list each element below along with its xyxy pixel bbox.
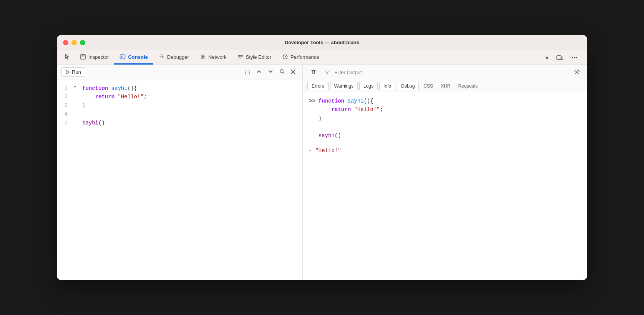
editor-toolbar: Run { } [57, 65, 302, 80]
debugger-tab-icon [159, 54, 165, 60]
console-pane: Errors Warnings Logs Info Debug CSS XHR … [303, 65, 587, 280]
pretty-print-button[interactable]: { } [243, 68, 252, 77]
inspector-icon-btn[interactable] [60, 50, 75, 65]
close-button[interactable] [63, 40, 68, 45]
clear-console-button[interactable] [307, 67, 320, 78]
responsive-icon [556, 54, 563, 61]
network-tab-icon [200, 54, 206, 60]
filter-logs-tab[interactable]: Logs [359, 82, 378, 90]
console-input-code: function sayhi(){ return "Hello!"; } say… [319, 97, 383, 140]
close-icon [291, 70, 295, 74]
collapse-arrows: ▼ [72, 84, 78, 275]
console-settings-button[interactable] [572, 67, 583, 78]
code-line-1: function sayhi(){ [82, 84, 298, 93]
code-content: function sayhi(){ return "Hello!"; } say… [78, 84, 302, 275]
result-arrow: ← [309, 146, 312, 155]
toolbar: Inspector Console Debugger Network [57, 50, 587, 65]
more-tabs-button[interactable]: » [542, 52, 552, 63]
console-toolbar [303, 65, 587, 80]
svg-rect-4 [557, 56, 561, 60]
svg-rect-5 [561, 57, 563, 60]
collapse-arrow-1[interactable]: ▼ [72, 84, 78, 90]
filter-xhr-tab[interactable]: XHR [438, 82, 453, 90]
tab-style-editor[interactable]: {} Style Editor [232, 50, 277, 65]
devtools-window: Developer Tools — about:blank Inspector … [57, 35, 587, 280]
zoom-icon [279, 69, 285, 74]
console-result-value: "Hello!" [315, 146, 341, 155]
console-output: >> function sayhi(){ return "Hello!"; } … [303, 92, 587, 280]
traffic-lights [63, 40, 85, 45]
gear-icon [574, 69, 580, 75]
tab-console[interactable]: Console [114, 50, 153, 65]
chevron-up-icon [256, 69, 262, 74]
style-editor-tab-icon: {} [237, 54, 244, 60]
responsive-design-button[interactable] [553, 52, 566, 63]
filter-errors-tab[interactable]: Errors [307, 82, 329, 90]
move-down-button[interactable] [266, 67, 276, 77]
svg-point-7 [574, 57, 575, 58]
trash-icon [310, 69, 317, 75]
close-editor-button[interactable] [289, 68, 298, 77]
devtools-menu-button[interactable] [568, 52, 581, 63]
line-numbers: 1 2 3 4 5 [57, 84, 72, 275]
svg-point-6 [572, 57, 573, 58]
title-bar: Developer Tools — about:blank [57, 35, 587, 50]
performance-tab-icon [282, 54, 288, 60]
run-button[interactable]: Run [61, 67, 85, 77]
filter-icon [325, 70, 330, 75]
filter-requests-tab[interactable]: Requests [455, 82, 481, 90]
code-line-3: } [82, 101, 298, 110]
code-line-5: sayhi() [82, 119, 298, 127]
filter-info-tab[interactable]: Info [379, 82, 395, 90]
main-content: Run { } [57, 65, 587, 280]
cursor-icon [64, 53, 71, 60]
window-title: Developer Tools — about:blank [285, 40, 359, 45]
tab-inspector[interactable]: Inspector [75, 50, 114, 65]
toolbar-more-area: » [539, 50, 584, 65]
filter-output-input[interactable] [333, 69, 569, 76]
svg-point-8 [576, 57, 577, 58]
console-input-echo: >> function sayhi(){ return "Hello!"; } … [309, 97, 581, 143]
editor-icon-group: { } [243, 67, 298, 77]
svg-point-9 [280, 70, 283, 73]
zoom-button[interactable] [277, 67, 287, 77]
input-chevron: >> [309, 97, 315, 105]
chevron-down-icon [268, 69, 273, 74]
filter-debug-tab[interactable]: Debug [397, 82, 419, 90]
minimize-button[interactable] [71, 40, 77, 45]
inspector-tab-icon [80, 54, 86, 60]
ellipsis-icon [571, 54, 578, 61]
code-editor[interactable]: 1 2 3 4 5 ▼ function sayhi(){ return "He… [57, 80, 302, 280]
console-result: ← "Hello!" [309, 146, 581, 155]
filter-css-tab[interactable]: CSS [420, 82, 436, 90]
tab-network[interactable]: Network [194, 50, 232, 65]
tab-debugger[interactable]: Debugger [153, 50, 194, 65]
svg-point-10 [576, 71, 578, 73]
svg-text:{}: {} [239, 55, 240, 57]
code-line-2: return "Hello!"; [82, 93, 298, 101]
tab-performance[interactable]: Performance [277, 50, 324, 65]
console-tab-icon [120, 54, 126, 60]
filter-tabs: Errors Warnings Logs Info Debug CSS XHR … [303, 80, 587, 92]
filter-warnings-tab[interactable]: Warnings [330, 82, 358, 90]
maximize-button[interactable] [80, 40, 85, 45]
code-line-4 [82, 110, 298, 118]
run-icon [66, 70, 70, 75]
editor-pane: Run { } [57, 65, 303, 280]
move-up-button[interactable] [254, 67, 264, 77]
